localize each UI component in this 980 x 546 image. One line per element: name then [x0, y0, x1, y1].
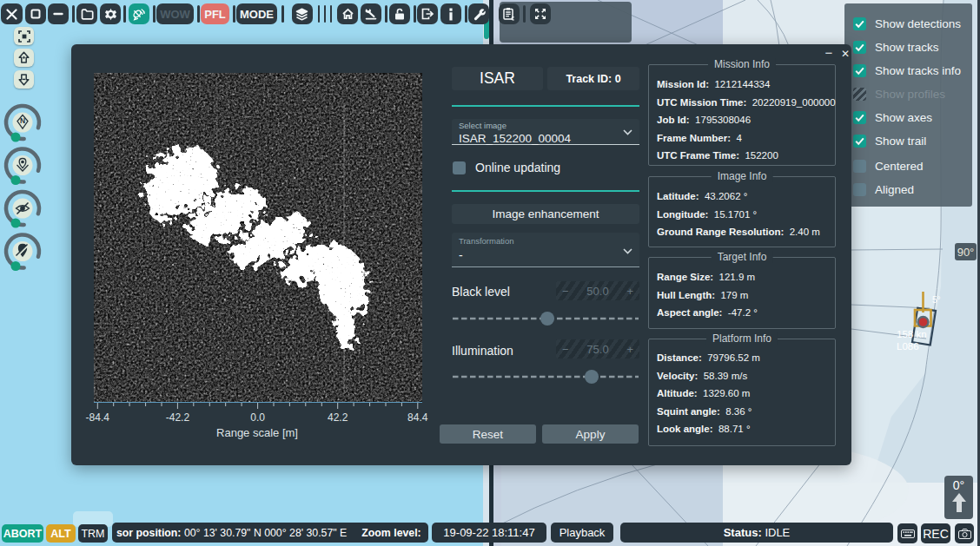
svg-text:-84.4: -84.4 [86, 411, 110, 424]
svg-text:L086: L086 [897, 341, 919, 352]
svg-text:42.2: 42.2 [328, 411, 348, 424]
svg-text:84.4: 84.4 [407, 411, 428, 424]
svg-text:158 kn: 158 kn [897, 329, 927, 339]
svg-text:N: N [20, 116, 25, 125]
svg-text:-42.2: -42.2 [166, 411, 190, 424]
svg-text:5°: 5° [932, 295, 941, 305]
svg-text:Range scale [m]: Range scale [m] [216, 426, 298, 439]
svg-text:0.0: 0.0 [250, 411, 265, 424]
